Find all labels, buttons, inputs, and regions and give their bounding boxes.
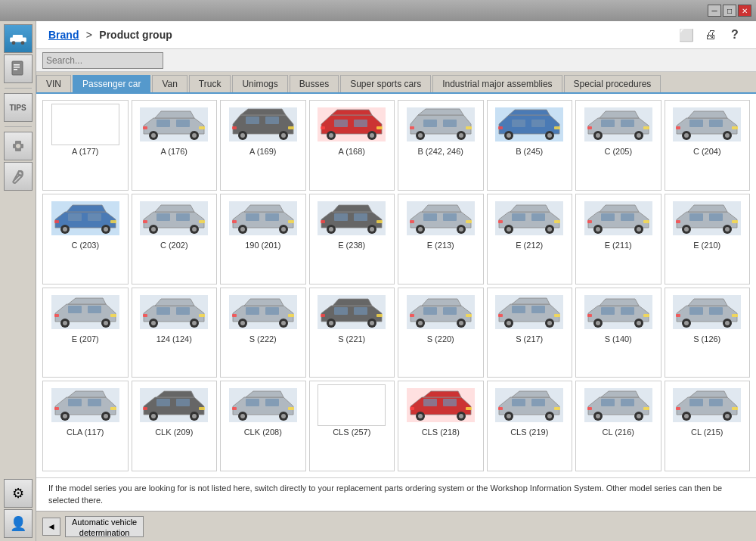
svg-point-234 (192, 414, 197, 418)
grid-item-29[interactable]: CLS (219) (487, 381, 573, 471)
window-icon[interactable]: ⬜ (677, 26, 696, 44)
grid-item-14[interactable]: E (211) (575, 194, 662, 284)
svg-rect-7 (14, 69, 17, 70)
car-label-8: C (203) (71, 241, 99, 250)
grid-item-13[interactable]: E (212) (487, 194, 573, 284)
grid-item-24[interactable]: CLA (117) (42, 381, 129, 471)
svg-rect-40 (423, 120, 437, 127)
grid-item-27[interactable]: CLS (257) (309, 381, 395, 471)
tab-truck[interactable]: Truck (189, 75, 231, 92)
grid-item-31[interactable]: CL (215) (665, 381, 751, 471)
grid-item-25[interactable]: CLK (209) (132, 381, 218, 471)
svg-point-27 (281, 133, 286, 138)
search-input[interactable] (42, 52, 163, 69)
tab-unimogs[interactable]: Unimogs (232, 75, 287, 92)
svg-rect-217 (732, 314, 738, 317)
grid-item-21[interactable]: S (217) (487, 288, 573, 378)
svg-rect-68 (709, 120, 723, 127)
grid-item-22[interactable]: S (140) (575, 288, 662, 378)
svg-point-126 (547, 227, 552, 232)
maximize-button[interactable]: □ (723, 5, 736, 17)
svg-rect-64 (643, 126, 649, 129)
grid-item-11[interactable]: E (238) (309, 194, 395, 284)
print-icon[interactable]: 🖨 (702, 26, 720, 44)
grid-item-30[interactable]: CL (216) (575, 381, 662, 471)
tab-passenger[interactable]: Passenger car (73, 75, 150, 92)
svg-point-115 (418, 227, 423, 232)
svg-point-90 (192, 227, 197, 232)
nav-back-button[interactable]: ◄ (42, 518, 60, 536)
car-image-0 (51, 104, 119, 145)
svg-rect-49 (512, 120, 525, 127)
car-label-21: S (217) (516, 334, 543, 344)
car-image-31 (673, 384, 741, 426)
grid-item-28[interactable]: CLS (218) (398, 381, 484, 471)
grid-item-5[interactable]: B (245) (487, 100, 573, 191)
svg-point-16 (151, 133, 156, 138)
tab-van[interactable]: Van (152, 75, 187, 92)
grid-item-18[interactable]: S (222) (220, 288, 306, 378)
tab-special[interactable]: Special procedures (564, 75, 662, 92)
grid-item-26[interactable]: CLK (208) (220, 381, 306, 471)
svg-rect-131 (621, 213, 634, 221)
grid-item-7[interactable]: C (204) (665, 100, 751, 191)
grid-item-23[interactable]: S (126) (665, 288, 751, 378)
car-label-25: CLK (209) (155, 428, 193, 437)
sidebar-item-settings[interactable]: ⚙ (4, 479, 33, 508)
car-image-24 (51, 384, 119, 426)
svg-rect-146 (676, 220, 680, 223)
svg-point-189 (459, 321, 463, 325)
car-image-26 (229, 384, 297, 426)
car-icon (9, 32, 27, 45)
grid-item-1[interactable]: A (176) (132, 100, 218, 191)
grid-item-3[interactable]: A (168) (309, 100, 395, 191)
grid-item-4[interactable]: B (242, 246) (398, 100, 484, 191)
sidebar-item-wrench[interactable] (4, 162, 33, 191)
grid-item-16[interactable]: E (207) (42, 288, 129, 378)
tab-industrial[interactable]: Industrial major assemblies (432, 75, 562, 92)
toolbar-icons: ⬜ 🖨 ? (677, 26, 744, 44)
close-button[interactable]: ✕ (738, 5, 751, 17)
svg-rect-176 (354, 307, 367, 315)
grid-item-12[interactable]: E (213) (398, 194, 484, 284)
grid-item-2[interactable]: A (169) (220, 100, 306, 191)
car-label-6: C (205) (604, 147, 632, 156)
grid-item-0[interactable]: A (177) (42, 100, 129, 191)
car-image-17 (140, 291, 208, 333)
svg-point-196 (507, 321, 511, 325)
grid-item-6[interactable]: C (205) (575, 100, 662, 191)
car-label-14: E (211) (605, 241, 632, 250)
svg-point-36 (370, 133, 374, 138)
grid-item-10[interactable]: 190 (201) (220, 194, 306, 284)
sidebar-item-doc[interactable] (4, 54, 33, 83)
svg-rect-166 (246, 307, 259, 315)
grid-item-20[interactable]: S (220) (398, 288, 484, 378)
sidebar-item-car[interactable] (4, 24, 33, 53)
svg-rect-58 (601, 120, 615, 127)
svg-rect-22 (246, 117, 259, 124)
car-image-21 (495, 291, 563, 333)
grid-item-9[interactable]: C (202) (132, 194, 218, 284)
svg-point-11 (18, 171, 23, 176)
car-image-6 (584, 104, 652, 145)
breadcrumb-link[interactable]: Brand (48, 29, 79, 41)
sidebar-item-tips[interactable]: TIPS (4, 93, 33, 122)
tab-supersports[interactable]: Super sports cars (340, 75, 431, 92)
sidebar-item-repair[interactable] (4, 132, 33, 160)
help-icon[interactable]: ? (726, 26, 744, 44)
svg-rect-211 (689, 307, 703, 315)
svg-rect-202 (601, 307, 615, 315)
grid-item-15[interactable]: E (210) (665, 194, 751, 284)
tab-busses[interactable]: Busses (290, 75, 339, 92)
document-icon (11, 61, 26, 77)
grid-item-17[interactable]: 124 (124) (132, 288, 218, 378)
car-image-19 (318, 291, 386, 333)
grid-item-8[interactable]: C (203) (42, 194, 129, 284)
minimize-button[interactable]: ─ (708, 5, 721, 17)
car-label-20: S (220) (427, 334, 454, 344)
svg-rect-56 (498, 126, 503, 129)
tab-vin[interactable]: VIN (36, 75, 71, 92)
grid-item-19[interactable]: S (221) (309, 288, 395, 378)
auto-determination-button[interactable]: Automatic vehicle determination (65, 516, 144, 537)
sidebar-item-person[interactable]: 👤 (4, 509, 33, 538)
